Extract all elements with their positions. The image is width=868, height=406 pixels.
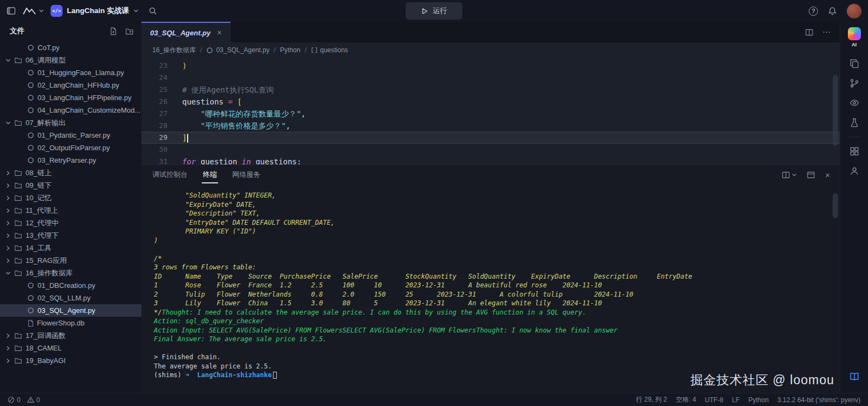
run-button[interactable]: 运行	[406, 2, 462, 20]
status-item[interactable]: LF	[732, 396, 740, 404]
close-panel-icon[interactable]: ×	[825, 170, 830, 180]
tree-item[interactable]: 08_链上	[0, 167, 141, 179]
copy-files-icon[interactable]	[840, 54, 868, 73]
code-line[interactable]: 27 "哪种鲜花的存货数量最少？",	[141, 108, 840, 120]
code-line[interactable]: 23)	[141, 60, 840, 72]
tree-item[interactable]: 13_代理下	[0, 229, 141, 242]
help-icon[interactable]: ?	[809, 7, 818, 16]
more-actions-icon[interactable]: ⋯	[822, 27, 831, 37]
tree-item[interactable]: 03_SQL_Agent.py	[0, 304, 141, 317]
profile-icon[interactable]	[840, 161, 868, 181]
code-line[interactable]: 31for question in questions:	[141, 156, 840, 164]
error-count[interactable]: 0	[8, 396, 21, 404]
test-flask-icon[interactable]	[840, 113, 868, 132]
terminal-output[interactable]: "SoldQuantity" INTEGER, "ExpiryDate" DAT…	[141, 184, 840, 393]
tree-item[interactable]: 02_OutputFixParser.py	[0, 142, 141, 154]
ai-assistant-button[interactable]: AI	[848, 27, 861, 47]
text-cursor	[187, 134, 188, 143]
terminal-line: The average sale price is 2.5.	[154, 362, 840, 371]
tree-item[interactable]: 17_回调函数	[0, 329, 141, 342]
folder-icon	[14, 257, 22, 264]
tree-item-label: 01_DBCreation.py	[38, 281, 95, 290]
tree-item[interactable]: 01_Pydantic_Parser.py	[0, 129, 141, 142]
breadcrumb-item[interactable]: 03_SQL_Agent.py	[206, 46, 269, 54]
code-line[interactable]: 24	[141, 72, 840, 84]
preview-eye-icon[interactable]	[840, 93, 868, 113]
file-explorer: 文件 CoT.py06_调用模型01_HuggingFace_Llama.py0…	[0, 22, 141, 393]
tree-item[interactable]: 18_CAMEL	[0, 342, 141, 354]
tree-item[interactable]: 02_SQL_LLM.py	[0, 292, 141, 304]
tree-item-label: 17_回调函数	[26, 331, 66, 341]
tree-item[interactable]: 15_RAG应用	[0, 254, 141, 267]
tree-item[interactable]: FlowerShop.db	[0, 317, 141, 329]
status-item[interactable]: 3.12.2 64-bit ('shims': pyenv)	[777, 396, 860, 404]
bell-icon[interactable]	[828, 7, 837, 16]
panel-tab[interactable]: 终端	[202, 167, 218, 183]
app-logo[interactable]	[22, 6, 44, 16]
status-item[interactable]: UTF-8	[705, 396, 723, 404]
folder-icon	[14, 194, 22, 202]
line-number: 26	[141, 96, 168, 108]
code-line[interactable]: 25# 使用Agent执行SQL查询	[141, 84, 840, 96]
tree-item-label: 11_代理上	[26, 206, 58, 216]
tree-item[interactable]: 07_解析输出	[0, 116, 141, 129]
code-line[interactable]: 29]	[141, 132, 840, 144]
user-avatar[interactable]	[847, 4, 861, 19]
editor-scrollbar[interactable]	[833, 75, 838, 146]
tab-03-sql-agent[interactable]: 03_SQL_Agent.py ×	[141, 22, 231, 42]
status-item[interactable]: 行 29, 列 2	[636, 395, 667, 404]
tree-item[interactable]: 10_记忆	[0, 192, 141, 204]
divider	[848, 137, 860, 137]
status-item[interactable]: Python	[748, 396, 768, 404]
tree-item[interactable]: 19_BabyAGI	[0, 354, 141, 367]
new-file-icon[interactable]	[109, 27, 117, 35]
tree-item[interactable]: 09_链下	[0, 179, 141, 192]
tree-item[interactable]: 12_代理中	[0, 217, 141, 229]
chevron-down-icon	[5, 120, 11, 126]
tree-item[interactable]: 16_操作数据库	[0, 267, 141, 279]
panel-tab[interactable]: 网络服务	[231, 167, 262, 183]
warning-count[interactable]: 0	[27, 396, 40, 404]
tab-close-icon[interactable]: ×	[217, 29, 221, 36]
split-editor-icon[interactable]	[805, 28, 814, 36]
tree-item-label: 03_RetryParser.py	[38, 156, 96, 164]
code-editor-area[interactable]: 23)2425# 使用Agent执行SQL查询26questions = [27…	[141, 58, 840, 164]
breadcrumb-item[interactable]: questions	[311, 46, 348, 54]
panel-layout-icon[interactable]	[782, 171, 797, 179]
code-line[interactable]: 26questions = [	[141, 96, 840, 108]
status-item[interactable]: 空格: 4	[676, 395, 696, 404]
tree-item[interactable]: 01_HuggingFace_Llama.py	[0, 66, 141, 79]
tree-item[interactable]: 04_LangChain_CustomizeMod...	[0, 104, 141, 116]
python-file-icon	[27, 294, 34, 302]
tree-item[interactable]: 02_LangChain_HFHub.py	[0, 79, 141, 91]
editor-group: 03_SQL_Agent.py × ⋯ 16_操作数据库/03_SQL_Agen…	[141, 22, 840, 393]
panel-tab[interactable]: 调试控制台	[151, 167, 189, 183]
git-branch-icon[interactable]	[840, 73, 868, 93]
maximize-panel-icon[interactable]	[807, 171, 815, 179]
new-folder-icon[interactable]	[125, 27, 134, 35]
terminal-scrollbar[interactable]	[833, 193, 838, 218]
tree-item[interactable]: 06_调用模型	[0, 54, 141, 66]
docs-book-icon[interactable]	[840, 367, 868, 386]
search-icon[interactable]	[148, 7, 157, 15]
tree-item[interactable]: 03_LangChain_HFPipeline.py	[0, 91, 141, 104]
extensions-grid-icon[interactable]	[840, 142, 868, 161]
project-switcher[interactable]: </> LangChain 实战课	[51, 5, 139, 17]
tree-item[interactable]: 11_代理上	[0, 204, 141, 217]
code-line[interactable]: 28 "平均销售价格是多少？",	[141, 120, 840, 132]
tree-item[interactable]: CoT.py	[0, 41, 141, 54]
sidebar-toggle-icon[interactable]	[7, 7, 16, 15]
breadcrumb-item[interactable]: Python	[280, 46, 300, 54]
tree-item[interactable]: 14_工具	[0, 242, 141, 254]
tree-item[interactable]: 01_DBCreation.py	[0, 279, 141, 292]
breadcrumb-label: questions	[320, 46, 348, 54]
play-icon	[421, 8, 428, 15]
line-number: 28	[141, 120, 168, 132]
tree-item-label: 19_BabyAGI	[26, 356, 66, 365]
breadcrumb-item[interactable]: 16_操作数据库	[152, 46, 196, 55]
tree-item[interactable]: 03_RetryParser.py	[0, 154, 141, 167]
tree-item-label: 15_RAG应用	[26, 256, 67, 266]
code-line[interactable]: 30	[141, 144, 840, 156]
tree-item-label: FlowerShop.db	[37, 319, 84, 327]
terminal-line: 3 Lily Flower China 1.5 3.0 80 5 2023-12…	[154, 299, 840, 308]
